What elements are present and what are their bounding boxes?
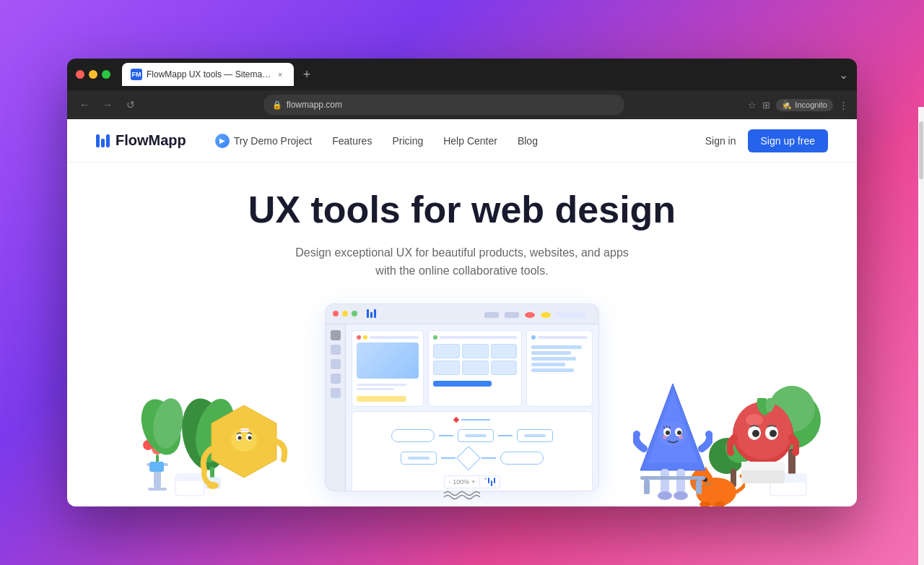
extension-icon[interactable]: ⊞ bbox=[762, 100, 770, 111]
traffic-lights bbox=[76, 70, 110, 79]
flow-node-3 bbox=[401, 452, 437, 465]
app-mockup: - 100% + bbox=[325, 303, 599, 491]
svg-point-23 bbox=[248, 436, 252, 440]
nav-pricing-link[interactable]: Pricing bbox=[392, 135, 423, 147]
svg-point-22 bbox=[238, 436, 242, 440]
yellow-cube-character bbox=[197, 391, 291, 506]
svg-point-48 bbox=[674, 491, 688, 500]
address-bar[interactable]: 🔒 flowmapp.com bbox=[263, 95, 624, 115]
active-tab[interactable]: FM FlowMapp UX tools — Sitema… × bbox=[122, 63, 294, 86]
flow-diamond bbox=[456, 446, 481, 470]
nav-links: ▶ Try Demo Project Features Pricing Help… bbox=[215, 134, 705, 148]
flow-connector-3 bbox=[441, 457, 456, 459]
nav-features-link[interactable]: Features bbox=[332, 135, 372, 147]
svg-rect-45 bbox=[661, 469, 669, 494]
mockup-flow-diagram: - 100% + bbox=[352, 411, 593, 491]
mockup-logo bbox=[367, 309, 376, 318]
new-tab-button[interactable]: + bbox=[297, 64, 317, 85]
mockup-max-dot bbox=[352, 311, 357, 316]
tab-favicon-icon: FM bbox=[131, 69, 142, 80]
nav-blog-link[interactable]: Blog bbox=[518, 135, 538, 147]
svg-rect-62 bbox=[741, 462, 785, 470]
tab-close-button[interactable]: × bbox=[275, 69, 285, 79]
addressbar: ← → ↺ 🔒 flowmapp.com ☆ ⊞ 🕵️ Incognito ⋮ bbox=[67, 90, 857, 119]
signup-button[interactable]: Sign up free bbox=[748, 129, 829, 152]
svg-rect-51 bbox=[696, 480, 702, 494]
svg-point-54 bbox=[746, 414, 763, 426]
incognito-badge: 🕵️ Incognito bbox=[776, 99, 833, 111]
hero-subtitle-line1: Design exceptional UX for beautiful prod… bbox=[295, 246, 629, 259]
svg-rect-46 bbox=[676, 469, 685, 494]
blue-triangle-character bbox=[633, 376, 712, 506]
nav-demo-label: Try Demo Project bbox=[234, 135, 312, 147]
mockup-card-1 bbox=[352, 330, 424, 407]
flow-connector-2 bbox=[498, 435, 513, 436]
flow-node-start bbox=[391, 429, 435, 442]
nav-actions: Sign in Sign up free bbox=[705, 129, 828, 152]
tab-title: FlowMapp UX tools — Sitema… bbox=[147, 69, 271, 79]
hero-title: UX tools for web design bbox=[248, 189, 676, 232]
mockup-body: - 100% + bbox=[326, 324, 598, 491]
flow-node-2 bbox=[517, 429, 553, 442]
menu-button[interactable]: ⋮ bbox=[839, 100, 848, 111]
svg-point-26 bbox=[207, 482, 219, 489]
hero-subtitle: Design exceptional UX for beautiful prod… bbox=[295, 243, 629, 280]
flow-connector-1 bbox=[439, 435, 453, 436]
logo-bar-1 bbox=[96, 134, 100, 147]
mockup-card-2 bbox=[428, 330, 522, 407]
bookmark-icon[interactable]: ☆ bbox=[748, 100, 757, 111]
site-navbar: FlowMapp ▶ Try Demo Project Features Pri… bbox=[67, 119, 857, 163]
svg-point-42 bbox=[677, 431, 681, 435]
flow-node-end bbox=[500, 452, 544, 465]
more-tabs-icon[interactable]: ⌄ bbox=[839, 68, 848, 82]
svg-point-47 bbox=[658, 491, 672, 500]
mockup-titlebar bbox=[326, 304, 598, 324]
minimize-window-button[interactable] bbox=[89, 70, 97, 79]
mockup-min-dot bbox=[342, 311, 348, 316]
red-sphere-character bbox=[727, 398, 799, 485]
tab-controls: ⌄ bbox=[839, 68, 848, 82]
close-window-button[interactable] bbox=[76, 70, 84, 79]
browser-window: FM FlowMapp UX tools — Sitema… × + ⌄ ← →… bbox=[67, 59, 857, 506]
website-content: FlowMapp ▶ Try Demo Project Features Pri… bbox=[67, 119, 857, 506]
incognito-label: Incognito bbox=[795, 100, 827, 109]
svg-point-57 bbox=[752, 430, 759, 437]
svg-point-58 bbox=[770, 430, 777, 437]
lock-icon: 🔒 bbox=[272, 100, 282, 110]
incognito-icon: 🕵️ bbox=[782, 100, 792, 110]
demo-icon: ▶ bbox=[215, 134, 230, 148]
svg-point-43 bbox=[663, 435, 667, 439]
hero-illustration: - 100% + bbox=[67, 303, 857, 506]
mockup-card-3 bbox=[526, 330, 593, 407]
nav-demo-link[interactable]: ▶ Try Demo Project bbox=[215, 134, 312, 148]
titlebar: FM FlowMapp UX tools — Sitema… × + ⌄ bbox=[67, 59, 857, 90]
reload-button[interactable]: ↺ bbox=[122, 96, 139, 113]
hero-section: UX tools for web design Design exception… bbox=[67, 163, 857, 506]
flow-node-1 bbox=[458, 429, 494, 442]
svg-rect-49 bbox=[640, 476, 705, 480]
browser-right-controls: ☆ ⊞ 🕵️ Incognito ⋮ bbox=[748, 99, 848, 111]
signin-button[interactable]: Sign in bbox=[705, 135, 736, 147]
logo-text: FlowMapp bbox=[116, 132, 186, 149]
mockup-sidebar bbox=[326, 324, 346, 491]
logo-bar-3 bbox=[106, 134, 110, 147]
svg-point-38 bbox=[658, 421, 687, 447]
flow-connector-4 bbox=[481, 457, 496, 459]
mockup-main-content: - 100% + bbox=[346, 324, 598, 491]
logo-bar-2 bbox=[101, 139, 105, 147]
svg-rect-11 bbox=[149, 462, 164, 472]
back-button[interactable]: ← bbox=[76, 96, 93, 113]
logo-icon bbox=[96, 134, 110, 147]
svg-point-41 bbox=[666, 431, 670, 435]
site-logo[interactable]: FlowMapp bbox=[96, 132, 186, 149]
forward-button[interactable]: → bbox=[99, 96, 116, 113]
wave-decoration bbox=[440, 486, 484, 501]
svg-rect-2 bbox=[148, 488, 167, 491]
tab-bar: FM FlowMapp UX tools — Sitema… × + ⌄ bbox=[122, 63, 848, 86]
svg-rect-50 bbox=[644, 480, 650, 494]
mockup-close-dot bbox=[333, 311, 339, 316]
hero-subtitle-line2: with the online collaborative tools. bbox=[375, 264, 548, 277]
nav-help-link[interactable]: Help Center bbox=[443, 135, 497, 147]
url-text: flowmapp.com bbox=[287, 100, 342, 110]
maximize-window-button[interactable] bbox=[102, 70, 110, 79]
